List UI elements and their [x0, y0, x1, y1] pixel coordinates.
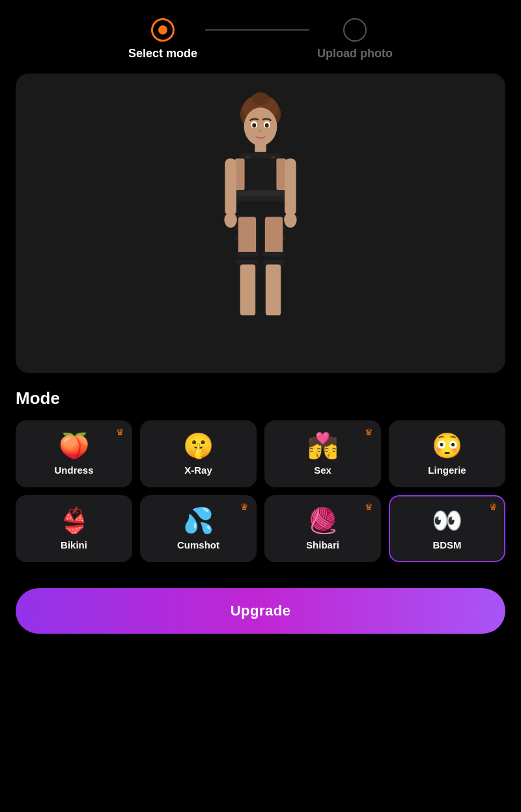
svg-rect-27: [240, 264, 255, 315]
mode-card-bikini[interactable]: 👙Bikini: [16, 495, 132, 562]
nav-label-2: Upload photo: [317, 47, 393, 61]
mode-emoji-sex: 💏: [307, 433, 338, 458]
crown-icon: ♛: [365, 502, 373, 512]
svg-rect-10: [235, 158, 245, 190]
mode-grid-row1: ♛🍑Undress🤫X-Ray♛💏Sex😳Lingerie👙Bikini♛💦Cu…: [16, 420, 505, 562]
mode-card-sex[interactable]: ♛💏Sex: [264, 420, 381, 487]
nav-circle-2: [343, 18, 367, 42]
nav-step-1[interactable]: Select mode: [128, 18, 197, 61]
svg-rect-23: [236, 252, 258, 257]
crown-icon: ♛: [116, 427, 124, 437]
mode-card-shibari[interactable]: ♛🧶Shibari: [264, 495, 381, 562]
nav-connector-line: [205, 29, 309, 31]
mode-card-undress[interactable]: ♛🍑Undress: [16, 420, 132, 487]
mode-label-bdsm: BDSM: [432, 539, 461, 550]
svg-rect-12: [236, 190, 285, 196]
mode-card-lingerie[interactable]: 😳Lingerie: [389, 420, 505, 487]
mode-emoji-bdsm: 👀: [432, 508, 462, 533]
mode-card-xray[interactable]: 🤫X-Ray: [140, 420, 257, 487]
nav-step-2[interactable]: Upload photo: [317, 18, 393, 61]
crown-icon: ♛: [365, 427, 373, 437]
svg-rect-21: [238, 217, 256, 255]
crown-icon: ♛: [240, 502, 249, 512]
svg-rect-11: [276, 158, 286, 190]
mode-card-cumshot[interactable]: ♛💦Cumshot: [140, 495, 257, 562]
mode-emoji-xray: 🤫: [183, 433, 214, 458]
svg-point-2: [251, 92, 269, 105]
svg-rect-24: [236, 260, 258, 265]
svg-rect-26: [263, 260, 285, 265]
svg-point-37: [259, 130, 262, 133]
mode-label-lingerie: Lingerie: [428, 465, 466, 476]
mode-emoji-cumshot: 💦: [183, 508, 214, 533]
svg-point-35: [252, 123, 256, 128]
nav-label-1: Select mode: [128, 47, 197, 61]
svg-point-36: [265, 123, 269, 128]
nav-circle-1: [151, 18, 175, 42]
svg-point-32: [284, 212, 297, 227]
svg-rect-28: [266, 264, 281, 315]
mode-section: Mode ♛🍑Undress🤫X-Ray♛💏Sex😳Lingerie👙Bikin…: [0, 388, 521, 562]
svg-rect-14: [235, 196, 286, 202]
upgrade-button[interactable]: Upgrade: [16, 588, 505, 634]
svg-point-3: [244, 107, 277, 146]
preview-figure: [189, 87, 332, 360]
mode-emoji-lingerie: 😳: [432, 433, 462, 458]
mode-card-bdsm[interactable]: ♛👀BDSM: [389, 495, 505, 562]
svg-rect-29: [225, 158, 236, 215]
mode-label-cumshot: Cumshot: [177, 539, 219, 550]
svg-point-31: [224, 212, 237, 227]
svg-rect-22: [265, 217, 283, 255]
mode-emoji-undress: 🍑: [59, 433, 89, 458]
mode-emoji-shibari: 🧶: [307, 508, 338, 533]
mode-label-xray: X-Ray: [184, 465, 212, 476]
preview-container: [16, 74, 505, 373]
mode-label-shibari: Shibari: [306, 539, 339, 550]
svg-rect-30: [285, 158, 296, 215]
svg-rect-25: [263, 252, 285, 257]
mode-label-sex: Sex: [314, 465, 331, 476]
top-navigation: Select mode Upload photo: [0, 0, 521, 74]
mode-label-undress: Undress: [54, 465, 93, 476]
mode-label-bikini: Bikini: [61, 539, 87, 550]
mode-title: Mode: [16, 388, 505, 409]
figure-illustration: [195, 90, 326, 357]
crown-icon: ♛: [489, 502, 498, 512]
mode-emoji-bikini: 👙: [59, 508, 89, 533]
svg-rect-9: [245, 158, 277, 193]
